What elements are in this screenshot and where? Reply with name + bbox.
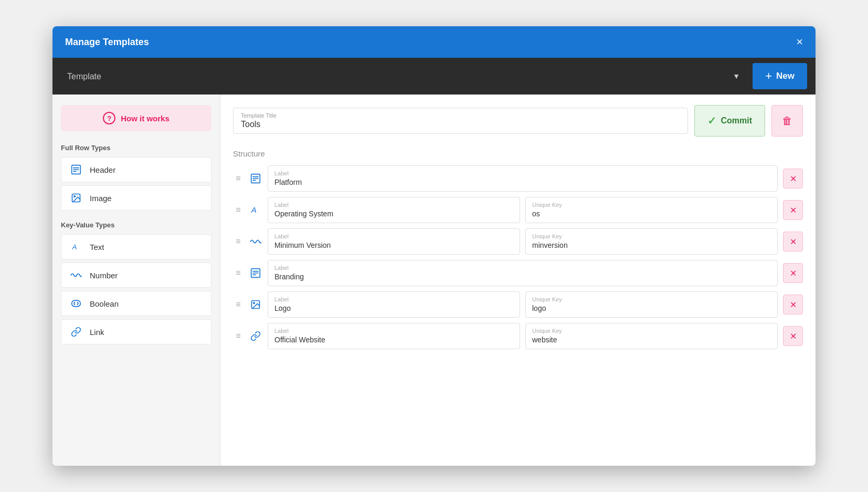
number-icon [70,271,82,279]
row-delete-button[interactable]: ✕ [783,263,803,283]
unique-key-label: Unique Key [532,328,771,334]
commit-label: Commit [721,116,752,125]
label-field-label: Label [274,328,513,334]
label-input[interactable] [274,273,771,281]
label-field-label: Label [274,296,513,302]
label-input[interactable] [274,178,771,186]
question-icon: ? [103,112,115,124]
label-input[interactable] [274,241,513,249]
sidebar-item-number[interactable]: Number [61,263,211,288]
text-label: Text [90,243,104,252]
field-group: Label [268,260,778,286]
unique-key-label: Unique Key [532,233,771,239]
template-title-input[interactable] [241,120,680,129]
field-group: Label Unique Key [268,197,778,223]
unique-key-input[interactable] [532,210,771,218]
structure-rows: ≡ Label ✕ ≡ [233,165,803,349]
unique-key-field: Unique Key [525,291,778,318]
svg-point-18 [253,302,255,304]
field-group: Label Unique Key [268,323,778,349]
label-input[interactable] [274,210,513,218]
label-field: Label [268,228,520,255]
label-field-label: Label [274,265,771,271]
link-icon [70,327,82,337]
number-label: Number [90,271,118,280]
row-delete-button[interactable]: ✕ [783,295,803,315]
unique-key-label: Unique Key [532,202,771,208]
row-delete-button[interactable]: ✕ [783,326,803,346]
svg-rect-7 [72,300,81,307]
label-field: Label [268,165,778,192]
plus-icon: + [765,70,772,82]
unique-key-input[interactable] [532,241,771,249]
image-label: Image [90,194,112,203]
key-value-types-label: Key-Value Types [61,221,211,229]
sidebar-item-header[interactable]: Header [61,157,211,182]
drag-handle-icon[interactable]: ≡ [233,174,244,183]
row-delete-button[interactable]: ✕ [783,200,803,220]
title-bar: Manage Templates × [52,26,816,58]
unique-key-field: Unique Key [525,228,778,255]
unique-key-field: Unique Key [525,323,778,349]
label-field: Label [268,197,520,223]
boolean-icon [70,298,82,309]
trash-icon: 🗑 [782,115,792,127]
boolean-label: Boolean [90,299,119,308]
row-delete-button[interactable]: ✕ [783,232,803,252]
header-row-icon [249,173,262,184]
row-delete-button[interactable]: ✕ [783,169,803,189]
how-it-works-button[interactable]: ? How it works [61,105,211,131]
delete-template-button[interactable]: 🗑 [771,105,803,137]
manage-templates-modal: Manage Templates × Template ▼ + New ? Ho… [52,26,816,466]
label-input[interactable] [274,336,513,344]
header-label: Header [90,165,115,174]
new-button-label: New [776,71,795,81]
field-group: Label [268,165,778,192]
label-field-label: Label [274,202,513,208]
commit-button[interactable]: ✓ Commit [694,105,765,137]
close-button[interactable]: × [796,36,803,48]
label-field: Label [268,260,778,286]
template-title-row: Template Title ✓ Commit 🗑 [233,105,803,137]
field-group: Label Unique Key [268,291,778,318]
label-input[interactable] [274,304,513,312]
sidebar-item-link[interactable]: Link [61,319,211,344]
checkmark-icon: ✓ [707,114,716,127]
table-row: ≡ A Label Unique Key ✕ [233,197,803,223]
drag-handle-icon[interactable]: ≡ [233,205,244,215]
drag-handle-icon[interactable]: ≡ [233,300,244,309]
drag-handle-icon[interactable]: ≡ [233,268,244,278]
new-button[interactable]: + New [753,63,807,89]
sidebar-item-image[interactable]: Image [61,185,211,211]
label-field-label: Label [274,170,771,176]
svg-text:A: A [72,243,77,251]
svg-point-5 [74,196,76,197]
unique-key-input[interactable] [532,304,771,312]
template-title-label: Template Title [241,112,680,119]
image-row-icon [249,299,262,310]
table-row: ≡ Label ✕ [233,260,803,286]
number-row-icon [249,237,262,246]
full-row-types-label: Full Row Types [61,144,211,152]
table-row: ≡ Label Unique Key [233,291,803,318]
drag-handle-icon[interactable]: ≡ [233,237,244,246]
header-row-icon [249,268,262,278]
sidebar-item-boolean[interactable]: Boolean [61,291,211,316]
link-label: Link [90,328,104,337]
toolbar: Template ▼ + New [52,58,816,95]
text-icon: A [70,242,82,252]
sidebar-item-text[interactable]: A Text [61,234,211,259]
main-content: Template Title ✓ Commit 🗑 Structure ≡ [220,95,816,466]
structure-label: Structure [233,149,803,158]
table-row: ≡ Label Unique Key [233,323,803,349]
unique-key-label: Unique Key [532,296,771,302]
drag-handle-icon[interactable]: ≡ [233,331,244,341]
unique-key-input[interactable] [532,336,771,344]
template-title-wrapper: Template Title [233,108,688,134]
template-select[interactable]: Template [61,65,746,88]
text-row-icon: A [249,205,262,215]
body: ? How it works Full Row Types Header [52,95,816,466]
label-field-label: Label [274,233,513,239]
label-field: Label [268,291,520,318]
table-row: ≡ Label Unique Key [233,228,803,255]
